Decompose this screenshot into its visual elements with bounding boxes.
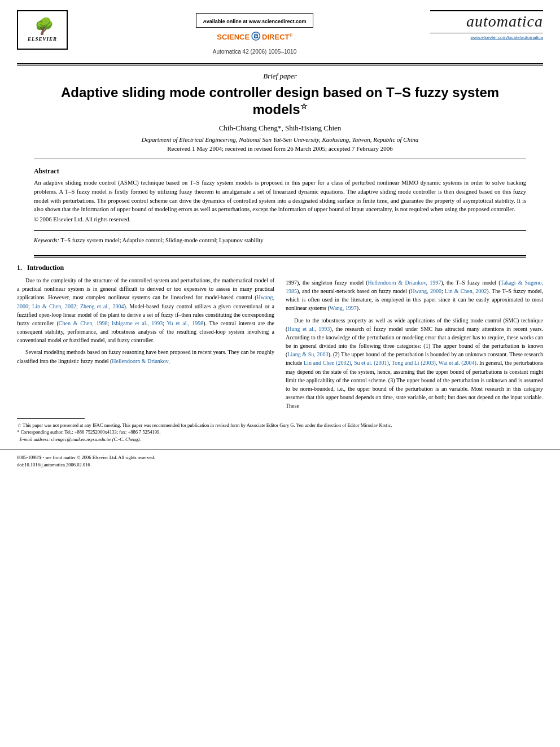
footnotes: ☆ This paper was not presented at any IF… [0,418,560,443]
two-column-layout: 1. Introduction Due to the complexity of… [0,263,560,414]
ref-yu1998: Yu et al., 1998 [167,320,203,326]
authors: Chih-Chiang Cheng*, Shih-Hsiang Chien [34,124,526,133]
intro-col1-para2: Several modeling methods based on fuzzy … [17,348,274,365]
ref-lin-chen2002: Lin & Chen, 2002 [32,303,76,309]
ref-chen1998: Chen & Chen, 1998 [59,320,108,326]
direct-text: DIRECT® [262,33,292,41]
abstract-title: Abstract [34,167,526,176]
article-type: Brief paper [34,72,526,81]
ref-hellendoorn1997b: Hellendoorn & Driankov, 1997 [368,279,441,286]
thick-divider [17,63,543,64]
column-1: 1. Introduction Due to the complexity of… [17,263,274,414]
ref-wang1997: Wang, 1997 [330,305,357,311]
header: 🌳 ELSEVIER Available online at www.scien… [0,0,560,60]
abstract-top-divider [34,159,526,159]
ref-lin-chen2002c: Lin and Chen (2002) [304,360,351,366]
science-text: SCIENCE [217,33,250,41]
page: 🌳 ELSEVIER Available online at www.scien… [0,0,560,747]
elsevier-tree-icon: 🌳 [33,19,53,34]
footer-issn: 0005-1098/$ - see front matter © 2006 El… [17,454,543,461]
sciencedirect-logo: SCIENCE ⓐ DIRECT® [217,31,292,43]
abstract-section: Abstract An adaptive sliding mode contro… [0,163,560,227]
keywords-section: Keywords: T–S fuzzy system model; Adapti… [0,234,560,250]
star-icon: ☆ [300,102,308,111]
abstract-bottom-divider [34,230,526,231]
intro-col2-para1: 1997), the singleton fuzzy model (Hellen… [286,278,543,313]
column-2: 1997), the singleton fuzzy model (Hellen… [286,263,543,414]
journal-info: Automatica 42 (2006) 1005–1010 [213,49,296,55]
ref-zheng2004: Zheng et al., 2004 [80,303,124,309]
elsevier-label: ELSEVIER [28,36,57,42]
received-dates: Received 1 May 2004; received in revised… [34,145,526,152]
footnote-divider [17,418,85,419]
intro-col2-para2: Due to the robustness property as well a… [286,316,543,410]
header-center: Available online at www.sciencedirect.co… [79,10,430,55]
ref-hwang2000b: Hwang, 2000 [410,288,441,294]
ref-hung1993: Hung et al., 1993 [287,326,330,332]
footnote-star: ☆ This paper was not presented at any IF… [17,422,543,429]
header-right: automatica www.elsevier.com/locate/autom… [430,10,543,40]
ref-lin-chen2002b: Lin & Chen, 2002 [445,288,487,294]
copyright: © 2006 Elsevier Ltd. All rights reserved… [34,216,526,222]
ref-hellendoorn1997: Hellendoorn & Driankov, [112,358,169,364]
intro-heading: 1. Introduction [17,263,274,273]
elsevier-logo-box: 🌳 ELSEVIER [17,10,68,50]
abstract-text: An adaptive sliding mode control (ASMC) … [34,178,526,214]
keywords-label: Keywords: [34,237,59,243]
header-line-bottom [430,33,543,33]
footnote-author: * Corresponding author. Tel.: +886 75252… [17,429,543,436]
ref-ishigame1993: Ishigame et al., 1993 [112,320,163,326]
at-icon: ⓐ [251,31,260,43]
available-online-box: Available online at www.sciencedirect.co… [196,13,314,28]
body-divider-thin [34,257,526,258]
automatica-title: automatica [466,12,543,30]
ref-wai2004: Wai et al. (2004) [439,360,476,366]
keywords-text: T–S fuzzy system model; Adaptive control… [61,237,264,243]
keywords: Keywords: T–S fuzzy system model; Adapti… [34,237,264,243]
article-title: Adaptive sliding mode controller design … [34,84,526,118]
header-line-top [430,10,543,11]
intro-col1-para1: Due to the complexity of the structure o… [17,276,274,345]
article-header: Brief paper Adaptive sliding mode contro… [0,66,560,152]
footer-doi: doi:10.1016/j.automatica.2006.02.016 [17,461,543,469]
footnote-email: E-mail address: chengcc@mail.ee.nsysu.ed… [17,436,543,443]
available-online-text: Available online at www.sciencedirect.co… [203,19,307,24]
elsevier-url: www.elsevier.com/locate/automatica [471,35,544,40]
elsevier-logo: 🌳 ELSEVIER [17,10,79,50]
body-divider-thick [34,255,526,256]
ref-tong2003: Tong and Li (2003) [392,360,436,366]
affiliation: Department of Electrical Engineering, Na… [34,136,526,143]
ref-liang2003: Liang & Su, 2003 [287,351,328,357]
footer: 0005-1098/$ - see front matter © 2006 El… [0,449,560,469]
ref-su2001: Su et al. (2001) [354,360,389,366]
